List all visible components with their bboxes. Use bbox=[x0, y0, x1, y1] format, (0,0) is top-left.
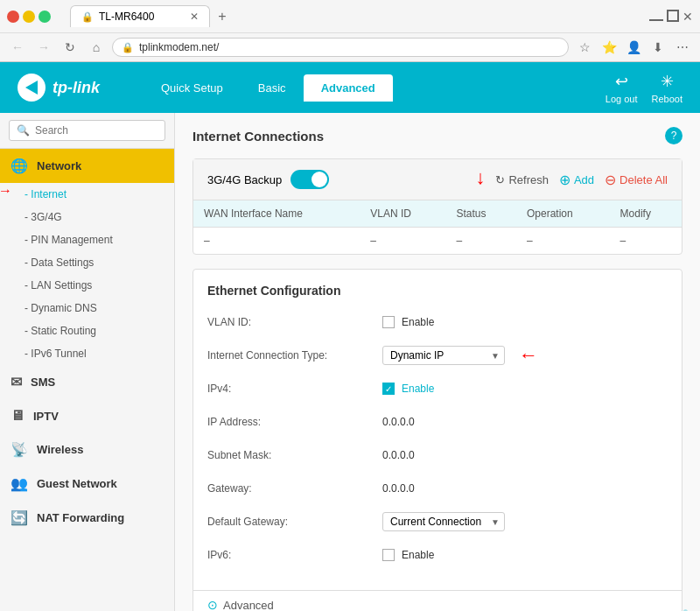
advanced-icon: ⊙ bbox=[207, 598, 218, 611]
forward-button[interactable]: → bbox=[33, 37, 54, 58]
maximize-button[interactable] bbox=[667, 10, 679, 22]
address-bar[interactable]: 🔒 tplinkmodem.net/ bbox=[112, 38, 569, 57]
minimize-button[interactable] bbox=[649, 19, 663, 21]
ipv4-checkbox[interactable] bbox=[382, 383, 395, 395]
sidebar-subitem-internet[interactable]: → - Internet bbox=[0, 183, 174, 206]
col-status: Status bbox=[445, 200, 516, 228]
sidebar-item-wireless[interactable]: 📡 Wireless bbox=[0, 432, 174, 467]
ipv4-enable-text: Enable bbox=[402, 383, 434, 395]
help-button[interactable]: ? bbox=[665, 127, 682, 144]
subnet-mask-value: 0.0.0.0 bbox=[382, 449, 415, 461]
conn-type-select[interactable]: Dynamic IP Static IP PPPoE bbox=[382, 346, 505, 365]
ipv6-value: Enable bbox=[382, 549, 434, 561]
logout-button[interactable]: ↩ Log out bbox=[606, 72, 638, 104]
sidebar-network-section: 🌐 Network → - Internet - 3G/4G - PIN Man… bbox=[0, 149, 174, 365]
sidebar-item-iptv[interactable]: 🖥 IPTV bbox=[0, 399, 174, 432]
logo-arrow bbox=[25, 81, 38, 95]
logout-label: Log out bbox=[606, 94, 638, 104]
add-icon: ⊕ bbox=[559, 172, 570, 188]
active-tab[interactable]: 🔒 TL-MR6400 ✕ bbox=[70, 5, 210, 27]
col-modify: Modify bbox=[610, 200, 682, 228]
cell-operation: – bbox=[516, 228, 610, 255]
bookmark-star-button[interactable]: ⭐ bbox=[598, 37, 620, 58]
cell-status: – bbox=[445, 228, 516, 255]
add-button[interactable]: ⊕ Add bbox=[559, 172, 594, 188]
sidebar-subitem-pin[interactable]: - PIN Management bbox=[0, 228, 174, 251]
ipv4-row: IPv4: Enable bbox=[207, 376, 668, 401]
sidebar-subitem-routing[interactable]: - Static Routing bbox=[0, 320, 174, 342]
action-bar: ↓ ↻ Refresh ⊕ Add ⊖ Delete All bbox=[475, 168, 668, 191]
subnet-mask-row: Subnet Mask: 0.0.0.0 bbox=[207, 443, 668, 467]
default-gw-select-wrap: Current Connection WAN LAN ▼ bbox=[382, 512, 505, 531]
cell-vlan: – bbox=[360, 228, 445, 255]
search-input[interactable] bbox=[35, 124, 158, 137]
backup-toggle[interactable] bbox=[290, 170, 329, 189]
sidebar-item-sms[interactable]: ✉ SMS bbox=[0, 365, 174, 399]
sidebar-subitem-3g4g[interactable]: - 3G/4G bbox=[0, 206, 174, 228]
default-gw-label: Default Gateway: bbox=[207, 516, 382, 528]
sidebar-subitem-lan[interactable]: - LAN Settings bbox=[0, 274, 174, 297]
refresh-button[interactable]: ↻ Refresh bbox=[495, 173, 549, 186]
refresh-label: Refresh bbox=[508, 173, 549, 186]
sms-label: SMS bbox=[31, 376, 55, 389]
tab-close-button[interactable]: ✕ bbox=[190, 11, 199, 23]
search-input-container[interactable]: 🔍 bbox=[9, 120, 165, 141]
page-title: Internet Connections bbox=[192, 129, 324, 144]
internet-label: - Internet bbox=[24, 188, 66, 200]
address-text: tplinkmodem.net/ bbox=[139, 41, 219, 53]
ipv6-enable-text: Enable bbox=[402, 549, 434, 561]
tab-title: TL-MR6400 bbox=[99, 11, 154, 23]
iptv-icon: 🖥 bbox=[10, 408, 24, 424]
table-row: – – – – – bbox=[193, 228, 682, 255]
reload-button[interactable]: ↻ bbox=[60, 37, 80, 58]
browser-tabs: 🔒 TL-MR6400 ✕ + bbox=[63, 5, 240, 27]
conn-type-label: Internet Connection Type: bbox=[207, 349, 382, 362]
menu-button[interactable]: ⋯ bbox=[672, 37, 693, 58]
guest-icon: 👥 bbox=[10, 475, 28, 492]
sms-icon: ✉ bbox=[10, 374, 22, 390]
download-button[interactable]: ⬇ bbox=[648, 37, 668, 58]
logo-area: tp-link bbox=[18, 74, 126, 102]
delete-all-button[interactable]: ⊖ Delete All bbox=[605, 172, 668, 188]
tab-basic[interactable]: Basic bbox=[241, 74, 304, 102]
delete-label: Delete All bbox=[620, 173, 668, 186]
reboot-label: Reboot bbox=[652, 94, 682, 104]
sidebar-item-nat[interactable]: 🔄 NAT Forwarding bbox=[0, 501, 174, 535]
refresh-icon: ↻ bbox=[495, 173, 505, 186]
back-button[interactable]: ← bbox=[7, 37, 28, 58]
bookmark-button[interactable]: ☆ bbox=[574, 37, 595, 58]
tab-quick-setup[interactable]: Quick Setup bbox=[144, 74, 241, 102]
sidebar-item-network[interactable]: 🌐 Network bbox=[0, 149, 174, 183]
person-button[interactable]: 👤 bbox=[623, 37, 644, 58]
reboot-icon: ✳ bbox=[661, 72, 674, 91]
vlan-checkbox[interactable] bbox=[382, 316, 395, 328]
close-button[interactable]: ✕ bbox=[682, 10, 693, 24]
ip-address-label: IP Address: bbox=[207, 416, 382, 428]
col-operation: Operation bbox=[516, 200, 610, 228]
nat-label: NAT Forwarding bbox=[37, 511, 124, 524]
backup-label: 3G/4G Backup bbox=[207, 173, 282, 186]
ipv6-label: IPv6: bbox=[207, 549, 382, 561]
browser-titlebar: 🔒 TL-MR6400 ✕ + ✕ bbox=[0, 0, 700, 32]
browser-toolbar: ← → ↻ ⌂ 🔒 tplinkmodem.net/ ☆ ⭐ 👤 ⬇ ⋯ bbox=[0, 32, 700, 61]
home-button[interactable]: ⌂ bbox=[86, 37, 107, 58]
logo-icon bbox=[18, 74, 46, 102]
sidebar-subitem-data[interactable]: - Data Settings bbox=[0, 251, 174, 274]
advanced-toggle[interactable]: ⊙ Advanced bbox=[193, 590, 682, 611]
default-gw-select[interactable]: Current Connection WAN LAN bbox=[382, 512, 505, 531]
reboot-button[interactable]: ✳ Reboot bbox=[652, 72, 682, 104]
sidebar-subitem-ipv6[interactable]: - IPv6 Tunnel bbox=[0, 342, 174, 365]
sidebar-search: 🔍 bbox=[0, 113, 174, 149]
vlan-value: Enable bbox=[382, 316, 434, 328]
ipv6-checkbox[interactable] bbox=[382, 549, 395, 561]
ethernet-config-title: Ethernet Configuration bbox=[207, 284, 668, 298]
logo-text: tp-link bbox=[52, 79, 100, 97]
sidebar-item-guest[interactable]: 👥 Guest Network bbox=[0, 467, 174, 501]
sidebar-subitem-dns[interactable]: - Dynamic DNS bbox=[0, 297, 174, 320]
guest-label: Guest Network bbox=[37, 477, 117, 490]
backup-row: 3G/4G Backup ↓ ↻ Refresh ⊕ Add bbox=[193, 159, 682, 200]
tab-advanced[interactable]: Advanced bbox=[304, 74, 393, 102]
new-tab-button[interactable]: + bbox=[212, 6, 233, 27]
ipv4-value: Enable bbox=[382, 383, 434, 395]
add-arrow-indicator: ↓ bbox=[475, 166, 485, 189]
